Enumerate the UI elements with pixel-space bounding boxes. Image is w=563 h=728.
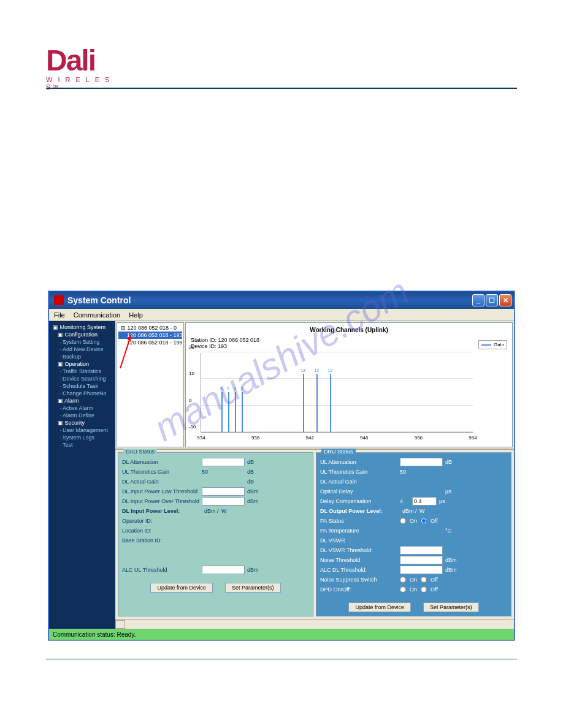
dru-noise-off-radio[interactable]	[421, 577, 427, 583]
dau-dl-over-label: DL Input Power Over Threshold	[122, 498, 202, 504]
chart-plot: -10010209349389429469509545555121212	[201, 353, 473, 433]
chart-legend: Gain	[478, 340, 507, 349]
dau-ul-gain-val: 50	[202, 469, 245, 475]
logo-sub: W I R E L E S S™	[46, 76, 113, 91]
menu-communication[interactable]: Communication	[74, 311, 120, 319]
dru-dl-output-label: DL Output Power Level:	[320, 508, 400, 514]
chart-station-id: Station ID: 120 086 052 018	[191, 337, 510, 343]
sidebar-change-phoneno[interactable]: ·Change PhoneNo	[52, 390, 113, 397]
dru-dl-actual-label: DL Actual Gain	[320, 479, 400, 485]
dru-pa-off-radio[interactable]	[421, 518, 427, 524]
maximize-button[interactable]: ☐	[486, 294, 498, 306]
dru-dpd-label: DPD On/Off:	[320, 586, 400, 593]
dau-alc-ul-label: ALC UL Threshold	[122, 567, 202, 573]
titlebar[interactable]: System Control _ ☐ ✕	[49, 292, 514, 309]
dau-dl-power-label: DL Input Power Level:	[122, 508, 202, 514]
app-icon	[54, 295, 64, 305]
dau-update-button[interactable]: Update from Device	[150, 583, 213, 593]
close-button[interactable]: ✕	[499, 294, 511, 306]
dau-dl-over-input[interactable]	[202, 497, 245, 506]
device-item-selected[interactable]: 120 086 052 018 - 193	[118, 332, 182, 339]
dru-pa-status-label: PA Status	[320, 518, 400, 524]
dau-panel-title: DAU Status	[123, 449, 157, 455]
dru-delay-comp-input[interactable]	[412, 497, 437, 506]
menu-help[interactable]: Help	[129, 311, 143, 319]
dau-base-station-label: Base Station ID:	[122, 537, 202, 544]
window-title: System Control	[67, 295, 472, 305]
dru-delay-comp-val: 4	[400, 498, 412, 504]
dru-panel-title: DRU Status	[321, 449, 356, 455]
dau-dl-low-input[interactable]	[202, 487, 245, 496]
chart-device-id: Device ID: 193	[191, 343, 510, 349]
dau-dl-atten-input[interactable]	[202, 458, 245, 466]
dru-pa-on-radio[interactable]	[400, 518, 406, 524]
device-item[interactable]: ⊟ 120 086 052 018 - 0	[118, 324, 182, 332]
device-item[interactable]: 120 086 052 018 - 196	[118, 339, 182, 346]
minimize-button[interactable]: _	[472, 294, 484, 306]
dru-ul-gain-label: UL Theoretics Gain	[320, 469, 400, 475]
dru-ul-atten-label: UL Attenuation	[320, 459, 400, 465]
dru-dl-vswr-label: DL VSWR	[320, 537, 400, 544]
chart-title: Working Channels (Uplink)	[188, 327, 510, 333]
dru-noise-thresh-input[interactable]	[400, 556, 443, 564]
sidebar-add-new-device[interactable]: ·Add New Device	[52, 346, 113, 353]
sidebar-alarm-define[interactable]: ·Alarm Define	[52, 412, 113, 419]
sidebar-system-setting[interactable]: ·System Setting	[52, 338, 113, 346]
sidebar-configuration[interactable]: ▣ Configuration	[52, 331, 113, 338]
device-tree[interactable]: ⊟ 120 086 052 018 - 0 120 086 052 018 - …	[117, 322, 184, 447]
menu-file[interactable]: File	[54, 311, 65, 319]
sidebar-device-searching[interactable]: ·Device Searching	[52, 375, 113, 382]
dru-ul-gain-val: 50	[400, 469, 443, 475]
dau-dl-atten-label: DL Attenuation	[122, 459, 202, 465]
dru-alc-dl-label: ALC DL Threshold:	[320, 567, 400, 573]
logo-brand: Dali	[46, 49, 113, 72]
sidebar-monitoring[interactable]: ▣ Monitoring System	[52, 324, 113, 331]
logo: Dali W I R E L E S S™	[46, 49, 113, 83]
footer-rule	[46, 659, 517, 659]
sidebar: ▣ Monitoring System ▣ Configuration ·Sys…	[49, 321, 115, 629]
sidebar-backup[interactable]: ·Backup	[52, 353, 113, 360]
dru-dl-vswr-thresh-label: DL VSWR Threshold:	[320, 547, 400, 553]
dau-operator-id-label: Operator ID:	[122, 518, 202, 524]
dru-delay-comp-label: Delay Compensation	[320, 498, 400, 504]
dru-noise-suppress-label: Noise Suppress Switch	[320, 577, 400, 583]
sidebar-user-management[interactable]: ·User Management	[52, 427, 113, 434]
horizontal-scrollbar[interactable]	[115, 619, 514, 629]
header-rule	[46, 88, 517, 89]
dru-noise-thresh-label: Noise Threshold	[320, 557, 400, 563]
dau-alc-ul-input[interactable]	[202, 566, 245, 574]
status-text: Communication status: Ready.	[53, 631, 136, 638]
dru-noise-on-radio[interactable]	[400, 577, 406, 583]
sidebar-alarm[interactable]: ▣ Alarm	[52, 397, 113, 404]
dru-alc-dl-input[interactable]	[400, 566, 443, 574]
dru-update-button[interactable]: Update from Device	[348, 602, 411, 612]
sidebar-operation[interactable]: ▣ Operation	[52, 360, 113, 368]
dru-ul-atten-input[interactable]	[400, 458, 443, 466]
dau-dl-low-label: DL Input Power Low Threshold	[122, 488, 202, 495]
dau-ul-gain-label: UL Theoretics Gain	[122, 469, 202, 475]
sidebar-active-alarm[interactable]: ·Active Alarm	[52, 404, 113, 412]
chart-area: Working Channels (Uplink) Station ID: 12…	[185, 322, 513, 447]
sidebar-test[interactable]: ·Test	[52, 441, 113, 449]
dru-dpd-off-radio[interactable]	[421, 586, 427, 593]
sidebar-schedule-task[interactable]: ·Schedule Task	[52, 382, 113, 390]
dru-optical-delay-label: Optical Delay	[320, 488, 400, 495]
sidebar-system-logs[interactable]: ·System Logs	[52, 434, 113, 441]
menubar: File Communication Help	[49, 309, 514, 321]
scroll-left-icon[interactable]	[115, 620, 125, 629]
statusbar: Communication status: Ready.	[49, 629, 514, 640]
dau-dl-actual-label: DL Actual Gain	[122, 479, 202, 485]
dru-dpd-on-radio[interactable]	[400, 586, 406, 593]
dau-panel: DAU Status DL AttenuationdB UL Theoretic…	[118, 452, 313, 616]
dru-set-button[interactable]: Set Parameter(s)	[423, 602, 479, 612]
sidebar-traffic-statistics[interactable]: ·Traffic Statistics	[52, 368, 113, 375]
sidebar-security[interactable]: ▣ Security	[52, 419, 113, 427]
app-window: System Control _ ☐ ✕ File Communication …	[48, 291, 515, 640]
dru-dl-vswr-thresh-input[interactable]	[400, 546, 443, 555]
dau-location-id-label: Location ID:	[122, 528, 202, 534]
dau-set-button[interactable]: Set Parameter(s)	[225, 583, 281, 593]
dru-panel: DRU Status UL AttenuationdB UL Theoretic…	[316, 452, 511, 616]
dru-pa-temp-label: PA Temperature	[320, 528, 400, 534]
